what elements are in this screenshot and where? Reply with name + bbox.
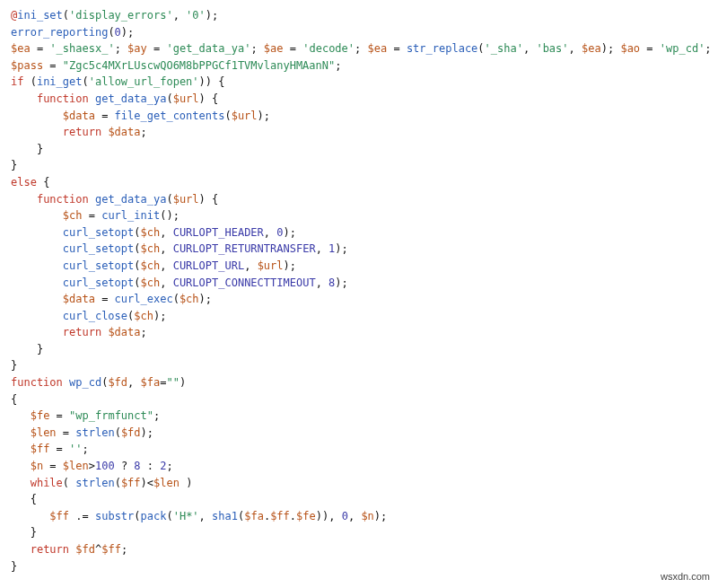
- watermark: wsxdn.com: [658, 570, 713, 583]
- code-block: @ini_set('display_errors', '0'); error_r…: [0, 0, 718, 582]
